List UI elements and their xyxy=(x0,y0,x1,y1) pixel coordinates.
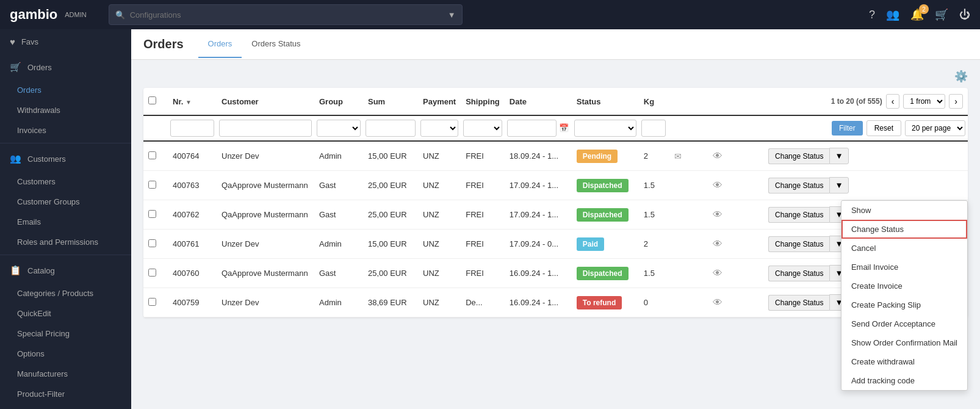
content-area: ⚙️ Nr. ▼ Customer Group xyxy=(131,60,980,327)
filter-button[interactable]: Filter xyxy=(832,121,863,136)
row-checkbox[interactable] xyxy=(148,181,156,189)
sidebar-item-orders[interactable]: Orders xyxy=(0,80,131,100)
sidebar-item-invoices[interactable]: Invoices xyxy=(0,120,131,140)
row-group: Gast xyxy=(314,259,363,288)
sidebar-item-catalog-group[interactable]: 📋 Catalog xyxy=(0,258,131,283)
filter-payment-select[interactable] xyxy=(420,120,458,137)
sidebar-item-categories-products[interactable]: Categories / Products xyxy=(0,283,131,303)
row-checkbox[interactable] xyxy=(148,269,156,277)
action-dropdown-btn[interactable]: ▼ xyxy=(829,177,848,194)
select-all-checkbox[interactable] xyxy=(148,96,156,104)
tab-orders[interactable]: Orders xyxy=(198,31,242,58)
eye-icon[interactable]: 👁 xyxy=(713,209,722,220)
filter-nr-input[interactable] xyxy=(170,120,214,137)
dropdown-item-change-status[interactable]: Change Status xyxy=(841,220,967,239)
filter-kg-input[interactable] xyxy=(641,120,666,137)
sidebar-item-product-filter[interactable]: Product-Filter xyxy=(0,384,131,404)
sidebar-item-options[interactable]: Options xyxy=(0,344,131,364)
sidebar-item-withdrawals[interactable]: Withdrawals xyxy=(0,100,131,120)
dropdown-item-show[interactable]: Show xyxy=(841,201,967,220)
cart-icon[interactable]: 🛒 xyxy=(935,8,948,21)
row-payment: UNZ xyxy=(418,230,461,259)
eye-icon[interactable]: 👁 xyxy=(713,297,722,308)
filter-shipping-select[interactable] xyxy=(463,120,502,137)
row-checkbox[interactable] xyxy=(148,239,156,247)
row-group: Admin xyxy=(314,141,363,171)
eye-icon[interactable]: 👁 xyxy=(713,239,722,249)
row-group: Admin xyxy=(314,288,363,317)
status-badge: Pending xyxy=(577,150,618,163)
filter-status-select[interactable] xyxy=(574,120,636,137)
email-icon[interactable]: ✉ xyxy=(674,151,682,161)
change-status-btn[interactable]: Change Status xyxy=(768,207,829,223)
action-btn-group: Change Status ▼ xyxy=(768,294,849,311)
settings-icon[interactable]: ⚙️ xyxy=(954,70,968,83)
eye-icon[interactable]: 👁 xyxy=(713,268,722,278)
notifications-icon[interactable]: 🔔 2 xyxy=(910,8,924,21)
dropdown-item-email-invoice[interactable]: Email Invoice xyxy=(841,258,967,277)
col-payment: Payment xyxy=(418,88,461,115)
next-page-btn[interactable]: › xyxy=(949,94,963,109)
action-dropdown-btn[interactable]: ▼ xyxy=(829,148,848,164)
prev-page-btn[interactable]: ‹ xyxy=(886,94,900,109)
row-nr: 400764 xyxy=(168,141,217,171)
sidebar-item-customers[interactable]: Customers xyxy=(0,172,131,192)
dropdown-item-send-order-acceptance[interactable]: Send Order Acceptance xyxy=(841,314,967,333)
dropdown-item-create-invoice[interactable]: Create Invoice xyxy=(841,277,967,295)
filter-shipping-col xyxy=(461,115,505,141)
filter-date-input[interactable] xyxy=(507,120,557,137)
calendar-icon[interactable]: 📅 xyxy=(559,123,569,132)
dropdown-item-show-order-confirmation-mail[interactable]: Show Order Confirmation Mail xyxy=(841,333,967,352)
filter-actions-col: Filter Reset 20 per page xyxy=(669,115,968,141)
row-checkbox[interactable] xyxy=(148,151,156,159)
row-checkbox[interactable] xyxy=(148,210,156,218)
row-nr: 400763 xyxy=(168,171,217,200)
sidebar-favs-label: Favs xyxy=(21,37,38,46)
users-icon[interactable]: 👥 xyxy=(886,8,899,21)
power-icon[interactable]: ⏻ xyxy=(959,9,970,21)
help-icon[interactable]: ? xyxy=(869,9,875,21)
dropdown-item-add-tracking-code[interactable]: Add tracking code xyxy=(841,371,967,390)
sidebar-item-orders-top[interactable]: 🛒 Orders xyxy=(0,54,131,80)
eye-icon[interactable]: 👁 xyxy=(713,180,722,190)
tab-orders-status[interactable]: Orders Status xyxy=(242,31,310,58)
change-status-btn[interactable]: Change Status xyxy=(768,295,829,311)
sidebar-item-manufacturers[interactable]: Manufacturers xyxy=(0,364,131,384)
row-sum: 15,00 EUR xyxy=(363,230,418,259)
sidebar-item-emails[interactable]: Emails xyxy=(0,212,131,232)
dropdown-item-create-withdrawal[interactable]: Create withdrawal xyxy=(841,352,967,371)
reset-button[interactable]: Reset xyxy=(867,120,901,136)
search-input[interactable] xyxy=(130,10,443,20)
sidebar-item-customer-groups[interactable]: Customer Groups xyxy=(0,192,131,212)
page-select[interactable]: 1 from xyxy=(903,94,945,109)
search-dropdown-icon: ▼ xyxy=(448,10,456,20)
row-group: Admin xyxy=(314,230,363,259)
sidebar-item-roles-permissions[interactable]: Roles and Permissions xyxy=(0,232,131,252)
change-status-btn[interactable]: Change Status xyxy=(768,148,829,164)
search-bar[interactable]: 🔍 ▼ xyxy=(109,4,463,25)
action-btn-group: Change Status ▼ xyxy=(768,265,849,281)
filter-group-select[interactable] xyxy=(317,120,361,137)
status-badge: Dispatched xyxy=(577,208,629,222)
change-status-btn[interactable]: Change Status xyxy=(768,236,829,252)
eye-icon[interactable]: 👁 xyxy=(713,151,722,161)
filter-customer-input[interactable] xyxy=(219,120,312,137)
table-row: 400763 QaApprove Mustermann Gast 25,00 E… xyxy=(143,171,968,200)
row-checkbox[interactable] xyxy=(148,298,156,306)
row-status: Dispatched xyxy=(572,200,639,230)
sidebar-item-favs[interactable]: ♥ Favs xyxy=(0,29,131,54)
per-page-select[interactable]: 20 per page xyxy=(905,120,965,136)
filter-sum-input[interactable] xyxy=(366,120,416,137)
dropdown-item-cancel[interactable]: Cancel xyxy=(841,239,967,258)
sidebar-item-special-pricing[interactable]: Special Pricing xyxy=(0,324,131,344)
change-status-btn[interactable]: Change Status xyxy=(768,178,829,194)
col-nr[interactable]: Nr. ▼ xyxy=(168,88,217,115)
row-nr: 400762 xyxy=(168,200,217,230)
dropdown-item-create-packing-slip[interactable]: Create Packing Slip xyxy=(841,295,967,314)
filter-nr-col xyxy=(168,115,217,141)
sidebar-item-customers-group[interactable]: 👥 Customers xyxy=(0,146,131,172)
sidebar-item-quickedit[interactable]: QuickEdit xyxy=(0,303,131,324)
row-sum: 25,00 EUR xyxy=(363,171,418,200)
change-status-btn[interactable]: Change Status xyxy=(768,266,829,281)
sidebar-orders-label: Orders xyxy=(27,63,52,72)
